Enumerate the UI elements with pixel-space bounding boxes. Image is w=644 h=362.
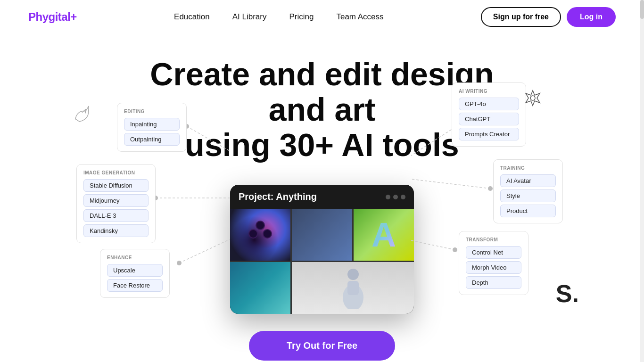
imggen-item-midjourney[interactable]: Midjourney — [83, 194, 149, 207]
nav-ai-library[interactable]: AI Library — [232, 12, 267, 21]
imggen-item-stable-diffusion[interactable]: Stable Diffusion — [83, 179, 149, 192]
editing-item-inpainting[interactable]: Inpainting — [124, 118, 180, 131]
training-panel-title: TRAINING — [500, 165, 556, 171]
training-item-product[interactable]: Product — [500, 205, 556, 217]
openai-decoration — [523, 89, 542, 111]
transform-item-depth[interactable]: Depth — [466, 276, 521, 289]
enhance-item-face-restore[interactable]: Face Restore — [107, 279, 163, 292]
panel-training: TRAINING AI Avatar Style Product — [493, 159, 563, 223]
openai-icon — [523, 89, 542, 107]
s-decoration: S. — [556, 280, 579, 308]
card-title: Project: Anything — [239, 191, 317, 202]
aiwriting-item-chatgpt[interactable]: ChatGPT — [459, 113, 519, 125]
enhance-item-upscale[interactable]: Upscale — [107, 264, 163, 277]
nav-team-access[interactable]: Team Access — [336, 12, 383, 21]
cta-button[interactable]: Try Out for Free — [249, 331, 395, 361]
project-card: Project: Anything A — [230, 185, 414, 314]
svg-point-0 — [347, 269, 359, 280]
svg-point-3 — [530, 96, 535, 100]
nav-actions: Sign up for free Log in — [481, 7, 616, 27]
letter-a-display: A — [354, 209, 414, 261]
signup-button[interactable]: Sign up for free — [481, 7, 561, 27]
person-silhouette — [339, 267, 367, 309]
training-item-style[interactable]: Style — [500, 189, 556, 202]
grid-cell-hand — [292, 209, 352, 261]
logo[interactable]: Phygital+ — [28, 10, 77, 24]
transform-panel-title: TRANSFORM — [466, 237, 521, 242]
nav-pricing[interactable]: Pricing — [289, 12, 314, 21]
dot-2 — [393, 195, 398, 199]
svg-rect-2 — [347, 281, 359, 295]
aiwriting-panel-title: AI WRITING — [459, 89, 519, 94]
navbar: Phygital+ Education AI Library Pricing T… — [0, 0, 644, 34]
scrollbar-thumb[interactable] — [640, 0, 644, 19]
grid-cell-berries — [230, 209, 290, 261]
dot-3 — [401, 195, 405, 199]
transform-item-morph-video[interactable]: Morph Video — [466, 261, 521, 274]
imggen-item-dalle3[interactable]: DALL-E 3 — [83, 209, 149, 222]
enhance-panel-title: ENHANCE — [107, 255, 163, 260]
panel-editing: EDITING Inpainting Outpainting — [117, 103, 187, 152]
panel-ai-writing: AI WRITING GPT-4o ChatGPT Prompts Creato… — [452, 82, 526, 147]
panel-enhance: ENHANCE Upscale Face Restore — [100, 249, 170, 298]
nav-education[interactable]: Education — [174, 12, 210, 21]
aiwriting-item-gpt4o[interactable]: GPT-4o — [459, 98, 519, 110]
training-item-ai-avatar[interactable]: AI Avatar — [500, 174, 556, 187]
panel-image-generation: IMAGE GENERATION Stable Diffusion Midjou… — [76, 164, 156, 243]
grid-cell-letter-a: A — [354, 209, 414, 261]
grid-cell-person — [292, 262, 414, 314]
scrollbar[interactable] — [640, 0, 644, 362]
imggen-item-kandinsky[interactable]: Kandinsky — [83, 224, 149, 237]
dot-1 — [386, 195, 390, 199]
card-header: Project: Anything — [230, 185, 414, 209]
panel-transform: TRANSFORM Control Net Morph Video Depth — [459, 231, 528, 295]
login-button[interactable]: Log in — [567, 7, 616, 27]
person-display — [292, 262, 414, 314]
editing-item-outpainting[interactable]: Outpainting — [124, 133, 180, 146]
card-image-grid: A — [230, 209, 414, 314]
nav-links: Education AI Library Pricing Team Access — [174, 12, 384, 22]
aiwriting-item-prompts-creator[interactable]: Prompts Creator — [459, 128, 519, 140]
grid-cell-marble — [230, 262, 290, 314]
editing-panel-title: EDITING — [124, 109, 180, 114]
card-dots — [386, 195, 405, 199]
transform-item-control-net[interactable]: Control Net — [466, 246, 521, 259]
imggen-panel-title: IMAGE GENERATION — [83, 170, 149, 175]
